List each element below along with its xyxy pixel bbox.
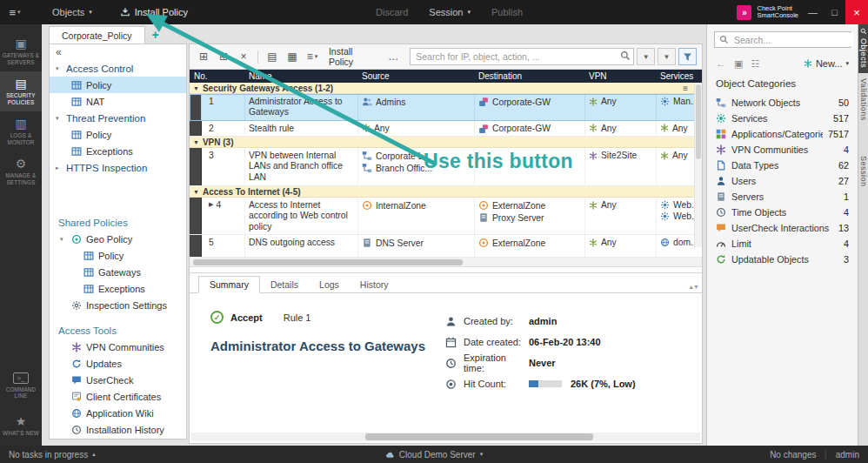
tree-item-updates[interactable]: Updates: [50, 355, 186, 372]
category-network-objects[interactable]: Network Objects50: [714, 95, 851, 111]
search-recent-button[interactable]: ▼: [637, 48, 655, 65]
scrollbar-thumb[interactable]: [696, 84, 701, 159]
discard-button[interactable]: Discard: [365, 0, 418, 24]
rail-item-command-line[interactable]: >_COMMAND LINE: [0, 366, 42, 406]
row-handle[interactable]: [190, 148, 202, 185]
column-header-name[interactable]: Name: [245, 71, 358, 81]
side-tab-validations[interactable]: Validations: [859, 73, 868, 126]
search-icon[interactable]: [620, 50, 631, 61]
tree-item-access-control-policy[interactable]: Policy: [50, 77, 186, 93]
scrollbar-thumb[interactable]: [365, 433, 593, 440]
rail-item-manage-settings[interactable]: ⚙MANAGE & SETTINGS: [0, 151, 42, 191]
rule-row-4[interactable]: ▶4 Access to Internet according to Web c…: [190, 198, 702, 235]
rule-row-5[interactable]: 5 DNS outgoing access DNS Server Externa…: [190, 235, 702, 258]
objects-menu-button[interactable]: Objects▾: [42, 0, 103, 24]
filter-button[interactable]: [678, 48, 697, 65]
row-handle[interactable]: [190, 94, 202, 120]
view-menu-button[interactable]: ≡▾: [304, 48, 321, 65]
rail-item-gateways-servers[interactable]: ▣GATEWAYS & SERVERS: [0, 31, 42, 71]
side-tab-session[interactable]: Session: [859, 151, 868, 192]
tree-header-https-inspection[interactable]: ▸HTTPS Inspection: [50, 159, 186, 176]
row-handle[interactable]: [190, 198, 202, 234]
rail-item-security-policies[interactable]: ▤SECURITY POLICIES: [0, 71, 42, 111]
tree-item-tp-exceptions[interactable]: Exceptions: [50, 143, 186, 159]
rulebase-search-input[interactable]: [410, 48, 634, 65]
collapse-sections-button[interactable]: ▦: [284, 48, 301, 65]
rule-row-3[interactable]: 3 VPN between Internal LANs and Branch o…: [190, 148, 702, 186]
package-icon[interactable]: ▣: [734, 58, 743, 70]
row-handle[interactable]: [190, 121, 202, 136]
list-view-icon[interactable]: ☷: [751, 58, 759, 70]
maximize-button[interactable]: □: [824, 0, 845, 24]
install-policy-toolbar-button[interactable]: Install Policy: [324, 48, 382, 65]
tab-logs[interactable]: Logs: [309, 277, 350, 292]
publish-button[interactable]: Publish: [481, 0, 533, 24]
category-vpn-communities[interactable]: VPN Communities4: [714, 142, 851, 158]
rule-row-1[interactable]: 1 Administrator Access to Gateways Admin…: [190, 94, 702, 121]
collapse-panel-icon[interactable]: «: [50, 47, 186, 60]
tasks-status[interactable]: No tasks in progress ▴: [9, 450, 96, 460]
search-options-button[interactable]: ▼: [658, 48, 676, 65]
new-tab-button[interactable]: +: [145, 26, 166, 44]
add-rule-below-button[interactable]: ⊞: [215, 48, 232, 65]
category-limit[interactable]: Limit4: [714, 236, 851, 252]
tree-item-usercheck[interactable]: UserCheck: [50, 372, 186, 388]
detail-scrollbar[interactable]: ▲▼: [688, 284, 702, 292]
session-menu-button[interactable]: Session▾: [418, 0, 481, 24]
tab-details[interactable]: Details: [260, 277, 309, 292]
server-status[interactable]: Cloud Demo Server ▾: [385, 450, 483, 460]
more-actions-button[interactable]: …: [384, 48, 402, 65]
side-tab-objects[interactable]: Objects: [858, 24, 868, 73]
tree-header-access-tools[interactable]: Access Tools: [50, 322, 186, 339]
category-users[interactable]: Users27: [714, 173, 851, 189]
tree-item-application-wiki[interactable]: Application Wiki: [50, 405, 186, 421]
row-handle[interactable]: [190, 235, 202, 257]
tree-item-geo-gateways[interactable]: Gateways: [50, 264, 186, 280]
tree-item-inspection-settings[interactable]: Inspection Settings: [50, 297, 186, 313]
rule-row-2[interactable]: 2 Stealth rule Any Corporate-GW Any Any: [190, 121, 702, 137]
tree-item-tp-policy[interactable]: Policy: [50, 126, 186, 143]
objects-search-input[interactable]: [732, 33, 853, 46]
tree-header-access-control[interactable]: ▾Access Control: [50, 60, 186, 77]
expand-rule-icon[interactable]: ▶: [209, 201, 213, 208]
tab-summary[interactable]: Summary: [198, 276, 260, 293]
tree-item-geo-policy[interactable]: ▾Geo Policy: [50, 231, 186, 247]
category-usercheck-interactions[interactable]: UserCheck Interactions13: [714, 220, 851, 236]
category-time-objects[interactable]: Time Objects4: [714, 205, 851, 220]
tree-item-geo-exceptions[interactable]: Exceptions: [50, 280, 186, 297]
section-row-security-gateways-access[interactable]: ▼ Security Gateways Access (1-2) ≡: [190, 83, 702, 94]
category-data-types[interactable]: Data Types62: [714, 158, 851, 173]
back-arrow-icon[interactable]: ←: [716, 57, 726, 70]
category-servers[interactable]: Servers1: [714, 189, 851, 205]
tab-history[interactable]: History: [350, 277, 399, 292]
section-row-access-to-internet[interactable]: ▼ Access To Internet (4-5): [190, 186, 702, 198]
category-updatable-objects[interactable]: Updatable Objects3: [714, 252, 851, 267]
main-menu-button[interactable]: ≡▾: [0, 0, 30, 24]
tree-header-shared-policies[interactable]: Shared Policies: [50, 214, 186, 231]
rail-item-logs-monitor[interactable]: ▥LOGS & MONITOR: [0, 111, 42, 151]
add-section-button[interactable]: ▤: [264, 48, 281, 65]
section-menu-icon[interactable]: ≡: [683, 84, 688, 93]
column-header-source[interactable]: Source: [358, 71, 475, 81]
tree-item-client-certificates[interactable]: Client Certificates: [50, 388, 186, 405]
column-header-destination[interactable]: Destination: [475, 71, 585, 81]
tree-header-threat-prevention[interactable]: ▾Threat Prevention: [50, 110, 186, 126]
column-header-vpn[interactable]: VPN: [585, 71, 657, 81]
tree-item-installation-history[interactable]: Installation History: [50, 421, 186, 438]
tree-item-geo-policy-policy[interactable]: Policy: [50, 247, 186, 264]
column-header-services[interactable]: Services: [657, 71, 702, 81]
column-header-no[interactable]: No.: [190, 71, 245, 81]
tab-corporate-policy[interactable]: Corporate_Policy: [49, 26, 145, 44]
scrollbar-thumb[interactable]: [193, 259, 463, 265]
section-row-vpn[interactable]: ▼ VPN (3): [190, 137, 702, 148]
minimize-button[interactable]: —: [802, 0, 824, 24]
tree-item-nat[interactable]: NAT: [50, 93, 186, 110]
category-services[interactable]: Services517: [714, 111, 851, 126]
delete-rule-button[interactable]: ×: [235, 48, 252, 65]
close-button[interactable]: ×: [845, 0, 868, 24]
new-object-button[interactable]: New... ▾: [804, 58, 849, 69]
rail-item-whats-new[interactable]: ★WHAT'S NEW: [0, 406, 42, 446]
category-applications[interactable]: Applications/Categories7517: [714, 126, 851, 142]
tree-item-vpn-communities[interactable]: VPN Communities: [50, 339, 186, 355]
add-rule-above-button[interactable]: ⊞: [195, 48, 212, 65]
